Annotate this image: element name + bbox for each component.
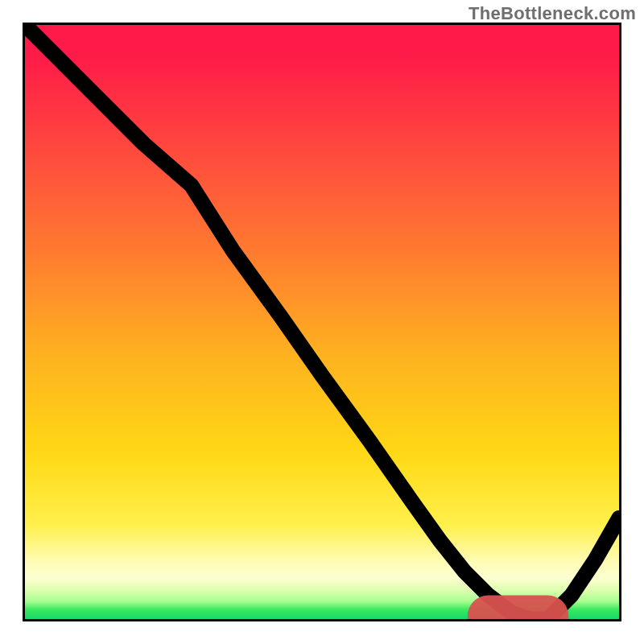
plot-outer bbox=[23, 23, 621, 621]
attribution-text: TheBottleneck.com bbox=[469, 3, 636, 24]
chart-stage: TheBottleneck.com bbox=[0, 0, 644, 644]
plot-frame bbox=[23, 23, 621, 621]
bottleneck-curve bbox=[25, 25, 619, 619]
chart-overlay-svg bbox=[25, 25, 619, 619]
